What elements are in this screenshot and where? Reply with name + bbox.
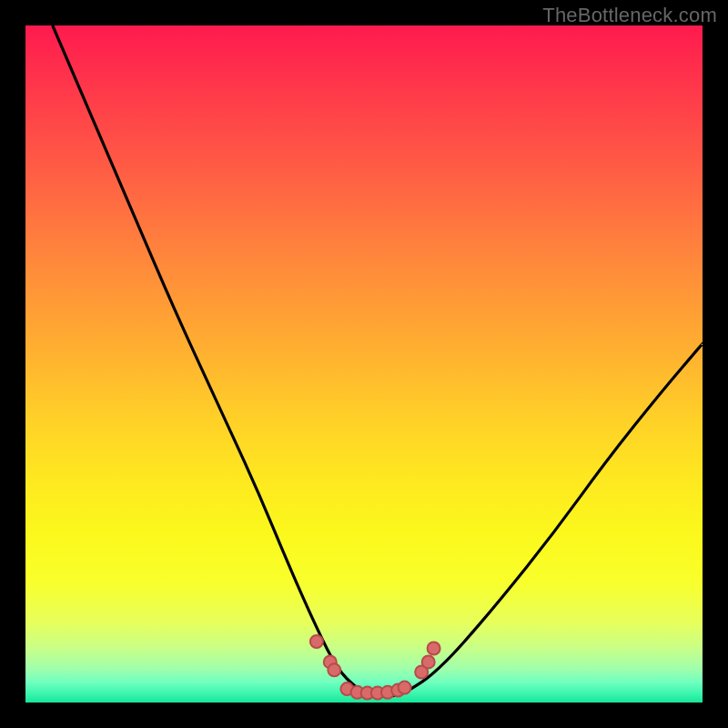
chart-frame: TheBottleneck.com (0, 0, 728, 728)
valley-markers (310, 635, 440, 700)
valley-marker (428, 642, 440, 655)
valley-marker (399, 682, 411, 694)
watermark-text: TheBottleneck.com (542, 4, 717, 27)
plot-area (25, 25, 703, 703)
valley-marker (328, 663, 340, 676)
bottleneck-curve (25, 25, 703, 703)
valley-marker (422, 655, 435, 668)
curve-path (53, 25, 703, 696)
valley-marker (310, 635, 323, 648)
